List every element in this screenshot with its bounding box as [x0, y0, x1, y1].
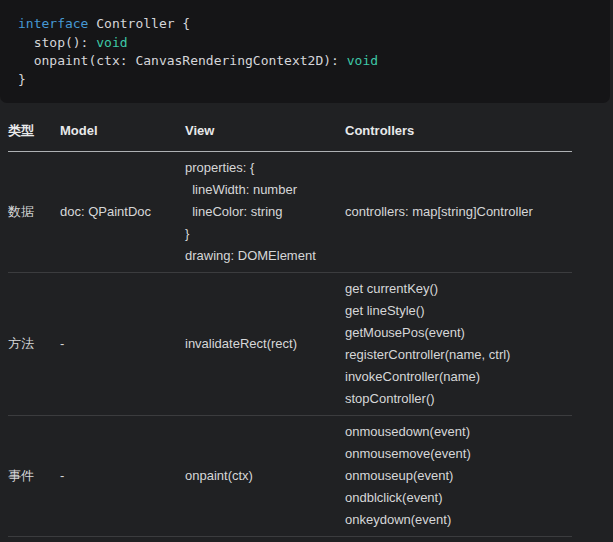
cell-view: onpaint(ctx) [185, 416, 345, 537]
code-line-1-rest: Controller { [88, 16, 190, 31]
table-row: 事件 - onpaint(ctx) onmousedown(event) onm… [8, 416, 572, 537]
code-keyword-interface: interface [18, 16, 88, 31]
mvc-table: 类型 Model View Controllers 数据 doc: QPaint… [8, 118, 572, 537]
table-header-view: View [185, 118, 345, 152]
code-line-3-pre: onpaint(ctx: CanvasRenderingContext2D): [18, 53, 347, 68]
cell-model: doc: QPaintDoc [60, 152, 185, 273]
mvc-table-container: 类型 Model View Controllers 数据 doc: QPaint… [8, 118, 613, 537]
cell-controllers: onmousedown(event) onmousemove(event) on… [345, 416, 572, 537]
cell-controllers: get currentKey() get lineStyle() getMous… [345, 273, 572, 416]
code-line-2: stop(): void [18, 35, 128, 50]
table-row: 方法 - invalidateRect(rect) get currentKey… [8, 273, 572, 416]
cell-model: - [60, 273, 185, 416]
table-header-row: 类型 Model View Controllers [8, 118, 572, 152]
cell-type: 数据 [8, 152, 60, 273]
cell-view: properties: { lineWidth: number lineColo… [185, 152, 345, 273]
cell-type: 方法 [8, 273, 60, 416]
table-header-type: 类型 [8, 118, 60, 152]
code-block-interface-controller: interface Controller { stop(): void onpa… [0, 0, 610, 103]
cell-type: 事件 [8, 416, 60, 537]
table-header-controllers: Controllers [345, 118, 572, 152]
code-line-4: } [18, 72, 26, 87]
code-line-3: onpaint(ctx: CanvasRenderingContext2D): … [18, 53, 378, 68]
cell-view: invalidateRect(rect) [185, 273, 345, 416]
code-line-2-pre: stop(): [18, 35, 96, 50]
code-type-void: void [96, 35, 127, 50]
table-row: 数据 doc: QPaintDoc properties: { lineWidt… [8, 152, 572, 273]
code-line-1: interface Controller { [18, 16, 190, 31]
code-type-void: void [347, 53, 378, 68]
cell-model: - [60, 416, 185, 537]
table-header-model: Model [60, 118, 185, 152]
cell-controllers: controllers: map[string]Controller [345, 152, 572, 273]
